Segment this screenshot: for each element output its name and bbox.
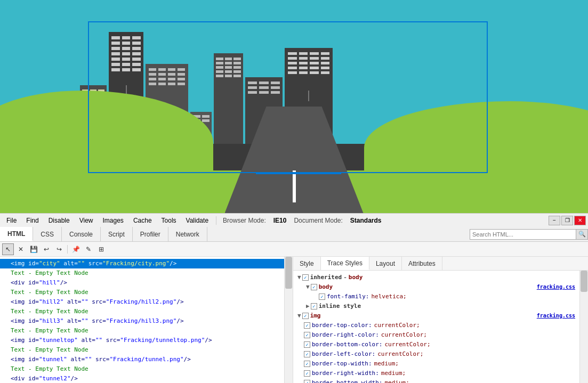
inline-style-header: ▶ inline style [304, 301, 586, 311]
document-mode-value: Standards [350, 217, 382, 224]
bbw-checkbox[interactable] [304, 380, 310, 383]
tab-css[interactable]: CSS [33, 227, 62, 241]
html-line-12[interactable]: Text - Empty Text Node [0, 364, 293, 374]
html-line-9[interactable]: <img id="tunneltop" alt="" src="Fracking… [0, 336, 293, 345]
style-scrollbar[interactable] [579, 271, 588, 383]
tab-profiler[interactable]: Profiler [133, 227, 168, 241]
bbc-prop: border-bottom-color: [312, 340, 382, 349]
btc-checkbox[interactable] [304, 322, 310, 329]
html-line-4[interactable]: Text - Empty Text Node [0, 288, 293, 297]
brc-checkbox[interactable] [304, 332, 310, 338]
html-panel: <img id="city" alt="" src="Fracking/city… [0, 257, 293, 383]
btw-prop: border-top-width: [312, 359, 372, 369]
inline-style-checkbox[interactable] [311, 303, 317, 309]
body-font-family-checkbox[interactable] [319, 294, 325, 300]
inline-style-section: ▶ inline style [295, 301, 586, 311]
btw-checkbox[interactable] [304, 361, 310, 367]
selection-line-bottom [256, 173, 341, 174]
menu-validate[interactable]: Validate [182, 216, 213, 225]
style-tab-style[interactable]: Style [293, 257, 321, 270]
toolbar-icons: ↖ ✕ 💾 ↩ ↪ 📌 ✎ ⊞ [0, 242, 588, 257]
style-section-img: ▼ img fracking.css border-top-color: cur… [293, 311, 588, 383]
body-checkbox[interactable] [311, 284, 317, 290]
html-scrollbar[interactable] [284, 257, 293, 383]
blc-val: currentColor; [377, 349, 423, 359]
edit-tool[interactable]: ✎ [83, 243, 94, 255]
btc-val: currentColor; [374, 321, 420, 330]
undo-tool[interactable]: ↩ [41, 243, 52, 255]
inline-style-arrow[interactable]: ▶ [306, 301, 310, 311]
inherited-header: ▼ inherited - body [295, 273, 586, 282]
style-scroll-thumb[interactable] [581, 271, 587, 292]
img-arrow[interactable]: ▼ [297, 311, 301, 321]
body-font-family-prop: font-family: [327, 292, 369, 301]
html-scroll-thumb[interactable] [285, 257, 292, 289]
tab-html[interactable]: HTML [0, 227, 33, 241]
border-right-color-rule: border-right-color: currentColor; [295, 330, 586, 340]
menubar: File Find Disable View Images Cache Tool… [0, 213, 588, 227]
menu-images[interactable]: Images [99, 216, 128, 225]
menu-disable[interactable]: Disable [44, 216, 74, 225]
style-tab-trace[interactable]: Trace Styles [321, 257, 369, 270]
menu-view[interactable]: View [75, 216, 98, 225]
search-button[interactable]: 🔍 [576, 229, 588, 240]
img-checkbox[interactable] [302, 313, 309, 319]
html-line-3[interactable]: <div id="hill"/> [0, 278, 293, 288]
expand-tool[interactable]: ⊞ [95, 243, 107, 255]
brw-val: medium; [381, 369, 406, 378]
save-tool[interactable]: 💾 [28, 243, 39, 255]
browser-mode-label: Browser Mode: [223, 217, 266, 224]
border-left-color-rule: border-left-color: currentColor; [295, 349, 586, 359]
style-tab-layout[interactable]: Layout [369, 257, 402, 270]
close-button[interactable]: ✕ [574, 216, 586, 225]
inherited-dash: - [343, 273, 347, 282]
brw-prop: border-right-width: [312, 369, 379, 378]
html-line-6[interactable]: Text - Empty Text Node [0, 307, 293, 316]
body-arrow[interactable]: ▼ [306, 282, 310, 292]
body-header: ▼ body fracking.css [304, 282, 586, 292]
body-source[interactable]: fracking.css [537, 282, 575, 292]
btc-prop: border-top-color: [312, 321, 372, 330]
menu-find[interactable]: Find [22, 216, 43, 225]
html-line-11[interactable]: <img id="tunnel" alt="" src="Fracking/tu… [0, 355, 293, 364]
tab-console[interactable]: Console [62, 227, 101, 241]
html-line-1[interactable]: <img id="city" alt="" src="Fracking/city… [0, 259, 293, 268]
bbc-checkbox[interactable] [304, 341, 310, 348]
bbw-val: medium; [384, 378, 409, 383]
inherited-checkbox[interactable] [302, 274, 309, 281]
blc-checkbox[interactable] [304, 351, 310, 357]
img-source[interactable]: fracking.css [537, 311, 575, 321]
html-line-7[interactable]: <img id="hill3" alt="" src="Fracking/hil… [0, 316, 293, 326]
border-bottom-width-rule: border-bottom-width: medium; [295, 378, 586, 383]
body-font-family-val: helvetica; [371, 292, 406, 301]
redo-tool[interactable]: ↪ [53, 243, 65, 255]
road-line [293, 170, 296, 202]
html-line-13[interactable]: <div id="tunnel2"/> [0, 374, 293, 383]
menu-cache[interactable]: Cache [129, 216, 156, 225]
delete-tool[interactable]: ✕ [15, 243, 27, 255]
html-line-5[interactable]: <img id="hill2" alt="" src="Fracking/hil… [0, 297, 293, 307]
brw-checkbox[interactable] [304, 370, 310, 377]
btw-val: medium; [374, 359, 399, 369]
minimize-button[interactable]: − [549, 216, 560, 225]
style-tab-attributes[interactable]: Attributes [402, 257, 442, 270]
menu-tools[interactable]: Tools [157, 216, 181, 225]
document-mode-label: Document Mode: [294, 217, 342, 224]
pin-tool[interactable]: 📌 [70, 243, 82, 255]
pointer-tool[interactable]: ↖ [2, 243, 14, 255]
restore-button[interactable]: ❐ [561, 216, 573, 225]
inherited-arrow[interactable]: ▼ [297, 273, 301, 282]
html-line-10[interactable]: Text - Empty Text Node [0, 345, 293, 355]
tab-script[interactable]: Script [101, 227, 133, 241]
html-line-2[interactable]: Text - Empty Text Node [0, 268, 293, 278]
border-bottom-color-rule: border-bottom-color: currentColor; [295, 340, 586, 349]
body-selector-label: body [319, 282, 333, 292]
style-content: ▼ inherited - body ▼ body fracking.cs [293, 271, 588, 383]
html-line-8[interactable]: Text - Empty Text Node [0, 326, 293, 336]
brc-prop: border-right-color: [312, 330, 379, 340]
search-input[interactable] [470, 229, 576, 240]
panels: <img id="city" alt="" src="Fracking/city… [0, 257, 588, 383]
menu-file[interactable]: File [2, 216, 21, 225]
html-content: <img id="city" alt="" src="Fracking/city… [0, 257, 293, 383]
tab-network[interactable]: Network [168, 227, 207, 241]
